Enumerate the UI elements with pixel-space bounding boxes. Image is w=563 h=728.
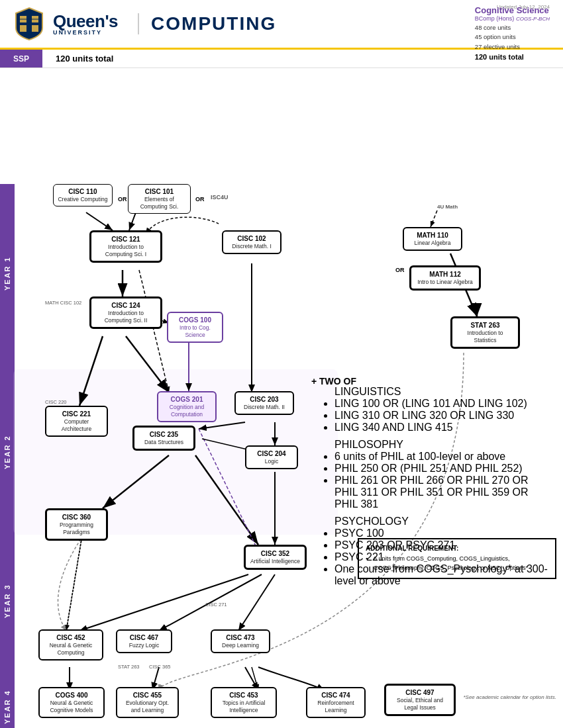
cisc220-label: CISC 220 <box>45 399 67 405</box>
cogs201-box: COGS 201 Cognition and Computation <box>157 391 217 422</box>
cisc455-box: CISC 455 Evolutionary Opt. and Learning <box>116 687 179 718</box>
cisc110-box: CISC 110 Creative Computing <box>53 184 113 206</box>
stat263-box: STAT 263 Introduction to Statistics <box>450 316 520 349</box>
philosophy-title: PHILOSOPHY <box>334 439 553 451</box>
cisc221-box: CISC 221 Computer Architecture <box>45 406 108 437</box>
ssp-tab: SSP <box>0 50 42 68</box>
cogs400-box: COGS 400 Neural & Genetic Cognitive Mode… <box>38 687 105 718</box>
additional-item-1: 6 units from COGS_Computing, COGS_Lingui… <box>366 555 548 572</box>
svg-rect-2 <box>20 25 26 32</box>
cisc473-box: CISC 473 Deep Learning <box>211 629 270 653</box>
cisc360-box: CISC 360 Programming Paradigms <box>45 508 108 541</box>
4umath-label: 4U Math <box>437 204 458 210</box>
additional-requirement-box: ADDITIONAL REQUIREMENT: 6 units from COG… <box>358 538 556 579</box>
year4-label: YEAR 4 <box>0 660 15 728</box>
year3-label: YEAR 3 <box>0 541 15 660</box>
phil-item-3: PHIL 261 OR PHIL 266 OR PHIL 270 OR PHIL… <box>334 475 553 510</box>
academic-note: *See academic calendar for option lists. <box>463 694 556 700</box>
additional-title: ADDITIONAL REQUIREMENT: <box>366 545 548 552</box>
cisc365-ref-label: CISC 365 <box>149 664 171 670</box>
program-info: Cognitive Science BComp (Hons) COGS-P-BC… <box>475 5 550 61</box>
linguistics-title: LINGUISTICS <box>334 386 553 398</box>
cisc235-box: CISC 235 Data Structures <box>132 426 195 451</box>
logo-area: Queen's UNIVERSITY COMPUTING <box>13 7 276 41</box>
cisc124-box: CISC 124 Introduction to Computing Sci. … <box>89 296 162 329</box>
program-title: Cognitive Science <box>475 5 550 15</box>
math110-box: MATH 110 Linear Algebra <box>403 227 462 251</box>
math-cisc-102-label: MATH CISC 102 <box>45 300 81 306</box>
cisc203-box: CISC 203 Discrete Math. II <box>234 391 294 415</box>
program-degree: BComp (Hons) COGS-P-BCH <box>475 15 550 22</box>
cisc497-box: CISC 497 Social, Ethical and Legal Issue… <box>384 684 456 716</box>
queens-name: Queen's <box>53 13 118 30</box>
cisc453-box: CISC 453 Topics in Artificial Intelligen… <box>211 687 277 718</box>
stat263-ref-label: STAT 263 <box>118 664 140 670</box>
or-110-101: OR <box>118 196 127 203</box>
phil-item-1: 6 units of PHIL at 100-level or above <box>334 451 553 463</box>
philosophy-list: 6 units of PHIL at 100-level or above PH… <box>334 451 553 510</box>
year1-label: YEAR 1 <box>0 184 15 363</box>
additional-list: 6 units from COGS_Computing, COGS_Lingui… <box>366 555 548 572</box>
ling-item-1: LING 100 OR (LING 101 AND LING 102) <box>334 398 553 410</box>
or-101-isc4u: OR <box>195 196 205 203</box>
phil-item-2: PHIL 250 OR (PHIL 251 AND PHIL 252) <box>334 463 553 475</box>
cisc204-box: CISC 204 Logic <box>245 445 298 469</box>
program-total: 120 units total <box>475 53 550 61</box>
cisc121-box: CISC 121 Introduction to Computing Sci. … <box>89 230 162 263</box>
cisc352-box: CISC 352 Artificial Intelligence <box>244 545 307 570</box>
queens-sub: UNIVERSITY <box>53 30 118 36</box>
ssp-right-text: 120 units total <box>56 54 113 64</box>
or-math110-112: OR <box>395 267 405 273</box>
year2-label: YEAR 2 <box>0 363 15 541</box>
cisc271-label: CISC 271 <box>205 602 227 608</box>
two-of-label: + TWO OF <box>311 376 356 387</box>
computing-title: COMPUTING <box>138 13 276 34</box>
program-units: 48 core units 45 option units 27 electiv… <box>475 23 550 52</box>
cisc102-box: CISC 102 Discrete Math. I <box>222 230 282 254</box>
linguistics-list: LING 100 OR (LING 101 AND LING 102) LING… <box>334 398 553 433</box>
math112-box: MATH 112 Intro to Linear Algebra <box>409 265 481 291</box>
cogs100-box: COGS 100 Intro to Cog. Science <box>167 312 223 343</box>
cisc474-box: CISC 474 Reinforcement Learning <box>306 687 366 718</box>
cisc452-box: CISC 452 Neural & Genetic Computing <box>38 629 103 660</box>
ling-item-2: LING 310 OR LING 320 OR LING 330 <box>334 410 553 422</box>
isc4u-label: ISC4U <box>211 194 229 201</box>
psychology-title: PSYCHOLOGY <box>334 516 553 527</box>
cisc467-box: CISC 467 Fuzzy Logic <box>116 629 172 653</box>
ling-item-3: LING 340 AND LING 415 <box>334 422 553 433</box>
queens-university-text: Queen's UNIVERSITY <box>53 13 118 36</box>
svg-rect-3 <box>32 25 38 32</box>
queens-shield-icon <box>13 7 45 41</box>
cisc101-box: CISC 101 Elements of Computing Sci. <box>128 184 191 214</box>
header: Queen's UNIVERSITY COMPUTING Cognitive S… <box>0 0 563 50</box>
